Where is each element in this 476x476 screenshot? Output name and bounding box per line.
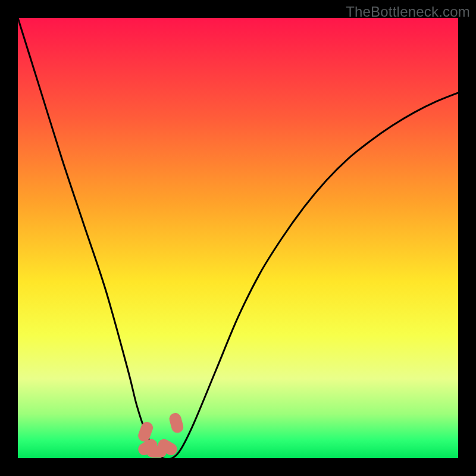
watermark-text: TheBottleneck.com xyxy=(346,4,470,20)
trough-marker xyxy=(168,412,184,434)
plot-area xyxy=(18,18,458,458)
chart-frame: TheBottleneck.com xyxy=(0,0,476,476)
bottleneck-curve xyxy=(18,18,458,458)
